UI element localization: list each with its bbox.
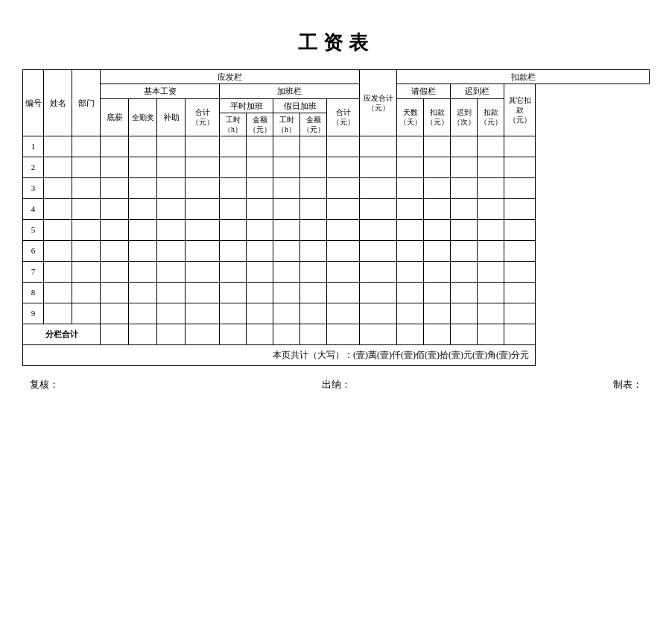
row-buzhu: [157, 198, 186, 219]
row-pt-h: [220, 219, 247, 240]
row-jr-jine: [300, 240, 327, 261]
jiaban-heji-header: 合计（元）: [327, 98, 360, 136]
row-cd-koukuan: [478, 240, 504, 261]
row-pt-h: [220, 136, 247, 157]
row-heji: [186, 240, 220, 261]
row-name: [44, 219, 72, 240]
row-yingfa-heji: [360, 303, 397, 324]
row-dept: [72, 240, 101, 261]
row-yingfa-heji: [360, 136, 397, 157]
row-dept: [72, 136, 101, 157]
subtotal-yingfa-heji: [360, 324, 397, 344]
row-pt-h: [220, 157, 247, 177]
row-quanqin: [129, 303, 157, 324]
summary-note: （大写）：(壹)萬(壹)仟(壹)佰(壹)拾(壹)元(壹)角(壹)分元: [308, 350, 529, 360]
row-jr-h: [273, 261, 300, 282]
row-base: [101, 157, 129, 177]
row-cd-cishu: [451, 157, 478, 177]
subtotal-jr-jine: [300, 324, 327, 344]
row-qj-koukuan: [424, 157, 451, 177]
kouquan-section: 扣款栏: [397, 70, 650, 84]
row-jiaban-heji: [327, 240, 360, 261]
row-jiaban-heji: [327, 282, 360, 303]
row-cd-koukuan: [478, 282, 504, 303]
row-qj-tian: [397, 177, 424, 198]
row-jr-jine: [300, 261, 327, 282]
row-pt-jine: [247, 198, 273, 219]
row-dept: [72, 303, 101, 324]
jiaban-detail-row: 底薪 全勤奖 补助 合计（元） 平时加班 假日加班 合计（元） 天数（天） 扣款…: [23, 98, 650, 113]
row-qj-koukuan: [424, 282, 451, 303]
row-cd-cishu: [451, 177, 478, 198]
subtotal-jr-h: [273, 324, 300, 344]
row-pt-h: [220, 303, 247, 324]
subtotal-label: 分栏合计: [23, 324, 101, 344]
row-pt-h: [220, 261, 247, 282]
row-buzhu: [157, 303, 186, 324]
row-pt-h: [220, 198, 247, 219]
row-jr-h: [273, 177, 300, 198]
row-jr-h: [273, 240, 300, 261]
section-header-row: 编号 姓名 部门 应发栏 应发合计（元） 扣款栏: [23, 70, 650, 84]
row-no: 8: [23, 282, 44, 303]
page-title: 工资表: [22, 30, 650, 56]
row-name: [44, 240, 72, 261]
row-cd-koukuan: [478, 136, 504, 157]
row-yingfa-heji: [360, 177, 397, 198]
row-yingfa-heji: [360, 198, 397, 219]
table-row: 5: [23, 219, 650, 240]
row-qj-koukuan: [424, 177, 451, 198]
row-jr-h: [273, 157, 300, 177]
row-buzhu: [157, 282, 186, 303]
row-qj-tian: [397, 240, 424, 261]
row-cd-koukuan: [478, 177, 504, 198]
row-pt-jine: [247, 261, 273, 282]
heji-header: 合计（元）: [186, 98, 220, 136]
summary-row: 本页共计（大写）：(壹)萬(壹)仟(壹)佰(壹)拾(壹)元(壹)角(壹)分元: [23, 344, 650, 365]
yingfa-heji-header: 应发合计（元）: [360, 70, 397, 136]
pt-jiaban-header: 平时加班: [220, 98, 273, 113]
row-buzhu: [157, 240, 186, 261]
row-jiaban-heji: [327, 177, 360, 198]
subtotal-qj-tian: [397, 324, 424, 344]
row-qita-koukuan: [504, 303, 536, 324]
zhizhi-label: 制表：: [613, 378, 642, 391]
qingjia-header: 请假栏: [397, 84, 451, 98]
row-jr-jine: [300, 219, 327, 240]
buzhu-header: 补助: [157, 98, 186, 136]
row-jr-h: [273, 198, 300, 219]
table-row: 3: [23, 177, 650, 198]
row-heji: [186, 177, 220, 198]
jiaban-header: 加班栏: [220, 84, 360, 98]
row-no: 5: [23, 219, 44, 240]
row-jiaban-heji: [327, 219, 360, 240]
row-no: 7: [23, 261, 44, 282]
row-base: [101, 136, 129, 157]
row-cd-cishu: [451, 136, 478, 157]
row-name: [44, 136, 72, 157]
row-qj-tian: [397, 261, 424, 282]
chidao-koukuan-header: 扣款（元）: [478, 98, 504, 136]
row-quanqin: [129, 261, 157, 282]
row-qita-koukuan: [504, 177, 536, 198]
row-pt-h: [220, 282, 247, 303]
table-row: 4: [23, 198, 650, 219]
row-qj-tian: [397, 282, 424, 303]
row-qita-koukuan: [504, 219, 536, 240]
row-jiaban-heji: [327, 157, 360, 177]
row-jr-h: [273, 303, 300, 324]
row-yingfa-heji: [360, 219, 397, 240]
row-heji: [186, 219, 220, 240]
row-cd-cishu: [451, 240, 478, 261]
row-pt-jine: [247, 219, 273, 240]
row-qita-koukuan: [504, 261, 536, 282]
row-name: [44, 198, 72, 219]
row-quanqin: [129, 240, 157, 261]
subtotal-row: 分栏合计: [23, 324, 650, 344]
row-heji: [186, 136, 220, 157]
row-no: 6: [23, 240, 44, 261]
row-cd-koukuan: [478, 303, 504, 324]
row-quanqin: [129, 177, 157, 198]
bumen-header: 部门: [72, 70, 101, 136]
row-heji: [186, 282, 220, 303]
